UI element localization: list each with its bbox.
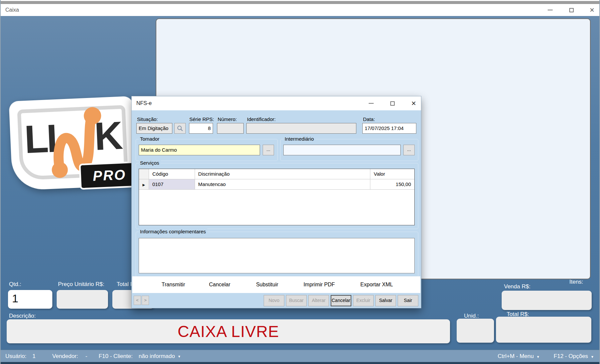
tomador-label: Tomador [139, 136, 161, 142]
nfse-close-button[interactable]: × [407, 96, 420, 110]
window-bottom-edge [1, 362, 599, 364]
table-row[interactable]: ▶ 0107 Manutencao 150,00 [139, 179, 414, 190]
usuario-label: Usuário: [5, 353, 26, 360]
minimize-button[interactable] [543, 4, 557, 16]
itens-label: Itens: [569, 279, 583, 285]
minimize-icon [548, 10, 553, 10]
unid-label: Unid.: [464, 313, 479, 319]
servicos-table: Código Discriminação Valor ▶ 0107 Manute… [139, 169, 415, 225]
codigo-cell[interactable]: 0107 [149, 179, 195, 189]
nfse-title: NFS-e [136, 96, 152, 110]
excluir-button: Excluir [353, 295, 374, 306]
table-header-row: Código Discriminação Valor [139, 169, 414, 179]
unid-field [457, 319, 494, 343]
situacao-label: Situação: [137, 116, 158, 122]
tomador-input[interactable]: Maria do Carmo [139, 145, 260, 155]
serie-rps-input[interactable]: 8 [189, 123, 213, 134]
menu-label: Ctrl+M - Menu [498, 353, 534, 359]
nfse-titlebar: NFS-e × [132, 96, 421, 110]
row-selector-cell[interactable]: ▶ [139, 179, 149, 189]
cancelar-button[interactable]: Cancelar [331, 295, 351, 306]
servicos-label: Serviços [139, 160, 161, 166]
descricao-label: Descrição: [9, 313, 36, 319]
cancelar-nfse-button[interactable]: Cancelar [203, 276, 236, 293]
salvar-button[interactable]: Salvar [375, 295, 396, 306]
cliente-dropdown[interactable]: não informado [139, 353, 175, 360]
identificador-label: Identificador: [247, 116, 276, 122]
valor-cell[interactable]: 150,00 [370, 179, 414, 189]
intermediario-input[interactable] [283, 145, 401, 155]
nav-next-button[interactable]: > [142, 296, 149, 305]
descricao-display: CAIXA LIVRE [7, 319, 450, 343]
status-left: Usuário: 1 Vendedor: - F10 - Cliente: nã… [5, 350, 181, 363]
qtd-label: Qtd.: [9, 281, 21, 288]
serie-rps-label: Série RPS: [189, 116, 214, 122]
opcoes-caret-icon: ▼ [591, 355, 594, 359]
linkpro-logo: LI K PRO [9, 96, 136, 191]
qtd-value: 1 [8, 290, 52, 305]
nfse-maximize-button[interactable] [386, 96, 399, 110]
cliente-caret-icon[interactable]: ▼ [178, 355, 181, 358]
caixa-livre-text: CAIXA LIVRE [7, 319, 450, 343]
search-icon [177, 125, 183, 131]
status-bar: Usuário: 1 Vendedor: - F10 - Cliente: nã… [1, 349, 599, 363]
exportar-xml-button[interactable]: Exportar XML [355, 276, 398, 293]
usuario-value: 1 [32, 353, 35, 360]
info-complementares-textarea[interactable] [139, 238, 415, 273]
intermediario-browse-button[interactable]: ... [403, 145, 415, 155]
cliente-label: F10 - Cliente: [99, 353, 133, 360]
intermediario-group: Intermediário ... [280, 139, 418, 161]
opcoes-dropdown[interactable]: F12 - Opções▼ [554, 353, 594, 360]
maximize-icon [569, 8, 574, 12]
app-window: Caixa × LI K PRO Qtd.: 1 Preço Unitário … [0, 0, 600, 364]
novo-button: Novo [264, 295, 284, 306]
buscar-button: Buscar [286, 295, 307, 306]
preco-unitario-label: Preço Unitário R$: [58, 281, 104, 288]
data-input[interactable]: 17/07/2025 17:04 [362, 123, 416, 134]
window-top-border [1, 1, 599, 4]
menu-dropdown[interactable]: Ctrl+M - Menu▼ [498, 353, 540, 360]
logo-pro-badge: PRO [79, 161, 140, 190]
vendedor-label: Vendedor: [52, 353, 78, 360]
discriminacao-cell[interactable]: Manutencao [195, 179, 371, 189]
intermediario-label: Intermediário [283, 136, 315, 142]
vendedor-value: - [85, 353, 87, 360]
substituir-button[interactable]: Substituir [250, 276, 285, 293]
info-complementares-group: Informações complementares [136, 232, 418, 277]
situacao-search-button[interactable] [174, 123, 186, 134]
nav-prev-button[interactable]: < [134, 296, 141, 305]
numero-label: Número: [218, 116, 237, 122]
current-row-marker-icon: ▶ [143, 183, 145, 187]
opcoes-label: F12 - Opções [554, 353, 588, 359]
situacao-field: Em Digitação [136, 123, 172, 134]
maximize-icon [390, 101, 395, 106]
menu-caret-icon: ▼ [536, 355, 540, 359]
close-button[interactable]: × [585, 4, 599, 16]
col-discriminacao-header: Discriminação [195, 169, 371, 179]
numero-field [217, 123, 244, 134]
nfse-dialog: NFS-e × Situação: Série RPS: Número: Ide… [131, 96, 421, 308]
sair-button[interactable]: Sair [398, 295, 418, 306]
servicos-group: Serviços Código Discriminação Valor ▶ 01… [136, 163, 418, 229]
nfse-minimize-button[interactable] [364, 96, 378, 110]
maximize-button[interactable] [565, 4, 578, 16]
total-field [496, 317, 591, 343]
tomador-group: Tomador Maria do Carmo ... [136, 139, 278, 161]
preco-unitario-field [57, 290, 108, 309]
status-right: Ctrl+M - Menu▼ F12 - Opções▼ [498, 350, 594, 363]
transmitir-button[interactable]: Transmitir [155, 276, 192, 293]
col-codigo-header: Código [149, 169, 195, 179]
imprimir-pdf-button[interactable]: Imprimir PDF [298, 276, 340, 293]
qtd-input[interactable]: 1 [8, 290, 52, 309]
window-title: Caixa [5, 4, 19, 16]
main-titlebar: Caixa × [1, 4, 599, 16]
info-complementares-label: Informações complementares [139, 229, 207, 234]
identificador-field [246, 123, 356, 134]
close-icon: × [590, 6, 594, 14]
row-selector-header [139, 169, 149, 179]
data-label: Data: [363, 116, 375, 122]
venda-label: Venda R$: [504, 283, 530, 290]
tomador-browse-button[interactable]: ... [263, 145, 274, 155]
nfse-action-bar: Transmitir Cancelar Substituir Imprimir … [132, 276, 420, 293]
minimize-icon [369, 103, 374, 104]
